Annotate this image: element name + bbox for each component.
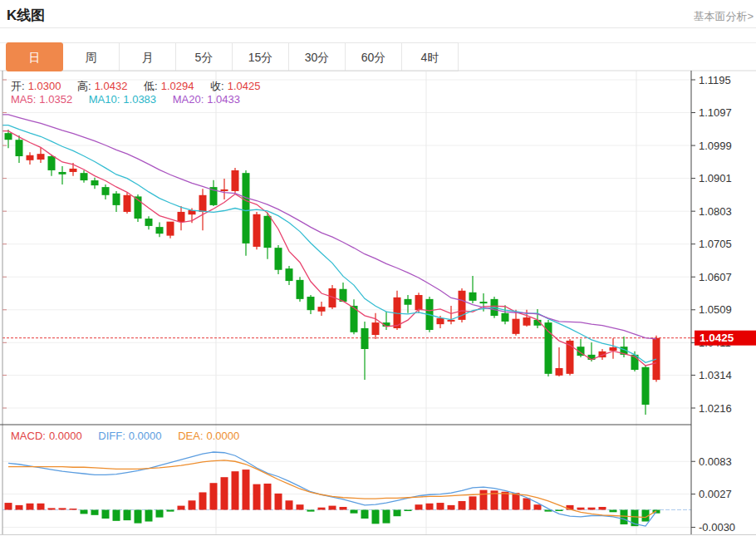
macd-bar <box>102 510 110 519</box>
macd-bar <box>361 510 369 519</box>
macd-bar <box>405 510 412 512</box>
macd-bar <box>59 508 66 509</box>
candle-body <box>275 248 282 270</box>
candle-body <box>448 320 455 322</box>
diff-label: DIFF: <box>98 430 125 442</box>
ma5-value: 1.0352 <box>39 93 72 106</box>
macd-bar <box>307 510 315 512</box>
macd-bar <box>156 510 164 518</box>
macd-bar <box>27 504 34 510</box>
macd-bar <box>372 510 380 524</box>
kline-page: K线图 基本面分析> 日周月5分15分30分60分4时 1.11951.1097… <box>0 0 756 536</box>
macd-bar <box>145 510 153 522</box>
macd-bar <box>81 510 88 514</box>
diff-value: 0.0000 <box>129 430 162 442</box>
macd-bar <box>264 484 272 510</box>
candlestick-series <box>5 130 660 415</box>
price-tick-label: 1.0999 <box>699 140 732 152</box>
price-tick-label: 1.0803 <box>699 205 732 218</box>
candle-body <box>437 318 444 324</box>
low-value: 1.0294 <box>161 80 194 92</box>
candle-body <box>199 195 207 212</box>
candle-body <box>167 222 174 236</box>
macd-legend: MACD:0.0000 DIFF:0.0000 DEA:0.0000 <box>11 430 243 442</box>
macd-bar <box>534 504 542 509</box>
candle-body <box>642 367 650 405</box>
macd-bar <box>275 494 282 510</box>
dea-value: 0.0000 <box>207 430 240 442</box>
price-axis-labels: 1.11951.10971.09991.09011.08031.07051.06… <box>2 74 735 534</box>
candle-body <box>513 319 520 334</box>
macd-bar <box>426 504 434 510</box>
macd-bar <box>469 496 477 509</box>
grid <box>2 71 691 535</box>
ma20-label: MA20: <box>173 93 204 106</box>
macd-bar <box>113 510 120 521</box>
candle-body <box>480 302 488 303</box>
price-tick-label: 1.1195 <box>699 74 731 86</box>
price-tick-label: 1.0314 <box>699 369 732 381</box>
macd-bar <box>167 510 174 512</box>
macd-tick-label: -0.0030 <box>699 521 735 534</box>
price-tick-label: 1.0901 <box>699 172 732 184</box>
ma10-label: MA10: <box>89 93 120 106</box>
candle-body <box>102 187 110 195</box>
macd-bar <box>394 510 401 517</box>
macd-bar <box>199 492 207 509</box>
ma-legend: MA5:1.0352 MA10:1.0383 MA20:1.0433 <box>11 93 243 106</box>
macd-bar <box>5 503 12 509</box>
macd-bar <box>415 504 423 509</box>
ma20-value: 1.0433 <box>207 93 240 106</box>
macd-bar <box>253 484 261 510</box>
macd-bar <box>37 504 45 510</box>
candle-body <box>415 295 423 310</box>
macd-bar <box>70 509 77 510</box>
macd-value: 0.0000 <box>49 430 82 442</box>
macd-bar <box>437 503 444 509</box>
candle-body <box>145 219 153 226</box>
candle-body <box>232 170 239 191</box>
open-label: 开: <box>11 80 25 92</box>
candle-body <box>113 194 120 205</box>
price-tick-label: 1.0509 <box>699 303 732 316</box>
macd-bar <box>318 508 326 510</box>
macd-bar <box>124 510 131 521</box>
macd-tick-label: 0.0027 <box>699 488 732 500</box>
candle-body <box>653 338 660 380</box>
macd-bar <box>91 510 99 515</box>
candle-body <box>253 214 261 247</box>
candle-body <box>502 313 509 322</box>
candle-body <box>221 189 228 191</box>
candle-body <box>264 216 272 248</box>
macd-bar <box>232 471 239 509</box>
macd-bar <box>243 470 250 509</box>
last-price-tag-text: 1.0425 <box>700 332 734 344</box>
macd-bar <box>286 500 293 509</box>
ohlc-legend: 开:1.0300 高:1.0432 低:1.0294 收:1.0425 <box>11 79 263 94</box>
close-label: 收: <box>210 80 224 92</box>
macd-bar <box>577 508 585 510</box>
candle-body <box>469 293 477 301</box>
candle-body <box>361 328 369 349</box>
price-tick-label: 1.1097 <box>699 106 732 119</box>
candle-body <box>5 133 12 140</box>
ma10-value: 1.0383 <box>123 93 156 106</box>
candle-body <box>372 322 380 335</box>
candle-body <box>37 154 45 160</box>
close-value: 1.0425 <box>228 80 261 92</box>
macd-bar <box>221 477 228 509</box>
candle-body <box>523 317 531 326</box>
macd-bar <box>329 506 336 510</box>
macd-bar <box>556 510 563 512</box>
ma5-line <box>2 131 656 366</box>
price-tick-label: 1.0216 <box>699 402 732 415</box>
candle-body <box>307 297 315 310</box>
candle-body <box>610 347 617 351</box>
macd-bar <box>297 504 304 509</box>
candle-body <box>156 227 164 234</box>
tab-period-0[interactable]: 日 <box>6 42 63 71</box>
ma5-label: MA5: <box>11 93 36 106</box>
candle-body <box>70 169 77 172</box>
macd-bar <box>599 507 606 510</box>
candle-body <box>405 299 412 305</box>
